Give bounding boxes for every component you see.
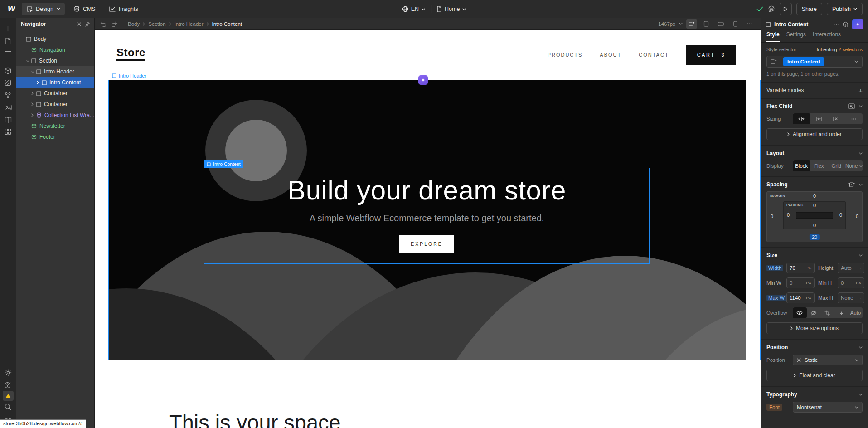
chevron-down-icon[interactable] [859,184,863,186]
tab-style[interactable]: Style [766,31,780,42]
chevron-down-icon[interactable] [854,60,862,63]
breadcrumb-body[interactable]: Body [128,21,140,27]
font-dropdown[interactable]: Montserrat [793,402,863,413]
locale-switcher[interactable]: EN [402,6,425,12]
explore-button[interactable]: EXPLORE [399,235,454,253]
margin-left-value[interactable]: 0 [771,214,773,219]
position-dropdown[interactable]: Static [793,355,863,365]
breakpoint-desktop-icon[interactable] [686,19,697,29]
design-mode-button[interactable]: Design [22,3,65,15]
margin-top-value[interactable]: 0 [813,193,816,199]
sizing-more-icon[interactable] [845,113,863,124]
breadcrumb-intro-header[interactable]: Intro Header [175,21,204,27]
style-selector-input[interactable]: Intro Content [766,56,863,68]
intro-content-selection-label[interactable]: Intro Content [204,160,243,168]
sizing-grow-icon[interactable] [810,113,828,124]
close-icon[interactable] [77,22,81,26]
chevron-down-icon[interactable] [859,105,863,107]
store-logo[interactable]: Store [116,46,145,61]
add-element-icon[interactable] [0,23,16,35]
display-block-option[interactable]: Block [793,160,810,171]
more-breakpoints-icon[interactable] [744,19,755,29]
overflow-auto-option[interactable]: Auto [849,307,863,318]
max-height-input[interactable]: None- [838,292,864,303]
navigator-item-intro-header[interactable]: Intro Header [16,66,94,77]
inherited-selectors-link[interactable]: 2 selectors [839,47,863,52]
navigator-item-section[interactable]: Section [16,55,94,66]
chevron-right-icon[interactable] [31,92,36,95]
style-swatch-icon[interactable] [0,77,16,89]
padding-right-value[interactable]: 0 [839,212,842,218]
chevron-right-icon[interactable] [37,81,42,84]
chevron-down-icon[interactable] [859,346,863,349]
sizing-none-icon[interactable] [828,113,845,124]
section-heading[interactable]: This is your space [169,410,341,428]
max-width-input[interactable]: 1140PX [786,292,815,303]
pin-icon[interactable] [85,22,90,27]
navigator-item-body[interactable]: Body [16,34,94,44]
chevron-down-icon[interactable] [859,254,863,257]
cms-button[interactable]: CMS [69,3,100,15]
edit-parent-icon[interactable] [848,103,855,109]
share-button[interactable]: Share [796,3,822,15]
tab-settings[interactable]: Settings [786,31,806,41]
display-grid-option[interactable]: Grid [828,160,845,171]
hero-subtitle[interactable]: A simple Webflow Ecommerce template to g… [310,213,544,224]
nav-link-products[interactable]: PRODUCTS [548,52,583,58]
page-switcher[interactable]: Home [436,6,466,12]
breakpoint-phone-landscape-icon[interactable] [715,19,726,29]
preview-button[interactable] [780,3,792,15]
breadcrumb-intro-content[interactable]: Intro Content [212,21,242,27]
breakpoint-tablet-icon[interactable] [701,19,712,29]
display-flex-option[interactable]: Flex [810,160,828,171]
insights-button[interactable]: Insights [105,3,143,15]
height-input[interactable]: Auto- [838,263,864,273]
hero-section[interactable]: Intro Content Build your dream store A s… [108,80,746,360]
settings-gear-icon[interactable] [0,366,16,379]
chevron-down-icon[interactable] [26,60,31,62]
nav-link-contact[interactable]: CONTACT [639,52,669,58]
intro-header-selection-label[interactable]: Intro Header [111,73,148,79]
chevron-down-icon[interactable] [859,152,863,155]
variables-droplets-icon[interactable] [0,89,16,101]
upgrade-warning-icon[interactable] [3,391,14,401]
comments-icon[interactable] [768,5,775,12]
overflow-hidden-eye-off-icon[interactable] [807,307,821,318]
navigator-item-newsletter[interactable]: Newsletter [16,121,94,131]
undo-icon[interactable] [100,21,107,27]
ai-assistant-button[interactable] [852,19,863,29]
overflow-scroll-icon[interactable] [821,307,835,318]
navigator-item-collection-list[interactable]: Collection List Wra... [16,110,94,121]
padding-top-value[interactable]: 0 [813,203,816,208]
margin-right-value[interactable]: 0 [856,214,858,219]
min-height-input[interactable]: 0PX [838,277,864,288]
assets-image-icon[interactable] [0,101,16,113]
more-size-options-button[interactable]: More size options [766,322,863,334]
nav-link-about[interactable]: ABOUT [600,52,621,58]
navigator-item-container[interactable]: Container [16,88,94,99]
padding-bottom-value[interactable]: 0 [813,223,816,228]
add-variable-mode-icon[interactable]: + [858,87,863,94]
min-width-input[interactable]: 0PX [786,277,815,288]
help-icon[interactable] [0,379,16,391]
chevron-down-icon[interactable] [31,71,36,73]
navigator-item-navigation[interactable]: Navigation [16,44,94,55]
publish-button[interactable]: Publish [827,3,863,15]
chevron-right-icon[interactable] [31,102,36,106]
cart-button[interactable]: CART 3 [686,45,736,65]
navigator-item-intro-content[interactable]: Intro Content [16,77,94,88]
zoom-search-icon[interactable] [0,401,16,413]
sizing-shrink-icon[interactable] [793,113,810,124]
webflow-logo-icon[interactable]: W [5,5,17,14]
libraries-book-icon[interactable] [0,113,16,126]
apps-grid-icon[interactable] [0,126,16,138]
margin-bottom-value[interactable]: 20 [810,234,820,240]
navigator-panel-icon[interactable] [0,47,16,59]
chevron-right-icon[interactable] [31,113,36,117]
create-component-icon[interactable] [843,21,849,28]
more-options-icon[interactable] [834,24,839,25]
pages-icon[interactable] [0,35,16,47]
alignment-and-order-button[interactable]: Alignment and order [766,128,863,140]
navigator-item-footer[interactable]: Footer [16,131,94,142]
chevron-down-icon[interactable] [859,394,863,396]
